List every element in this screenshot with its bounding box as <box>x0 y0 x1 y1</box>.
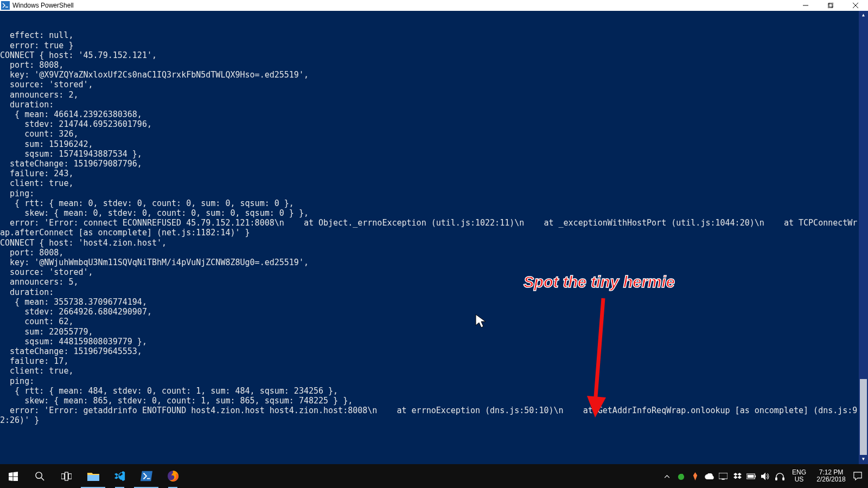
annotation-arrow-icon <box>582 296 614 420</box>
taskbar-file-explorer[interactable] <box>80 464 106 488</box>
scroll-thumb[interactable] <box>860 379 867 455</box>
taskbar-firefox[interactable] <box>159 464 186 488</box>
svg-rect-13 <box>722 478 724 479</box>
powershell-icon <box>1 1 10 10</box>
tray-chevron-up-icon[interactable] <box>660 464 674 488</box>
tray-hermie-icon[interactable] <box>674 464 688 488</box>
svg-rect-7 <box>87 475 99 481</box>
taskbar-powershell[interactable] <box>133 464 159 488</box>
svg-point-9 <box>678 473 684 479</box>
start-button[interactable] <box>0 464 27 488</box>
action-center-button[interactable] <box>851 464 865 488</box>
tray-battery-icon[interactable] <box>744 464 758 488</box>
taskbar: ENG US 7:12 PM 2/26/2018 <box>0 464 868 488</box>
svg-rect-1 <box>828 4 832 8</box>
scroll-down-button[interactable]: ▼ <box>859 455 868 464</box>
language-indicator[interactable]: ENG US <box>787 469 812 483</box>
system-tray: ENG US 7:12 PM 2/26/2018 <box>660 464 868 488</box>
svg-rect-12 <box>719 473 727 479</box>
terminal-output: effect: null, error: true } CONNECT { ho… <box>0 30 868 425</box>
taskbar-spacer <box>186 464 660 488</box>
svg-rect-4 <box>61 473 65 479</box>
task-view-button[interactable] <box>53 464 80 488</box>
tray-dropbox-icon[interactable] <box>730 464 744 488</box>
clock-date: 2/26/2018 <box>812 476 851 483</box>
tray-keybase-icon[interactable] <box>688 464 702 488</box>
tray-headphones-icon[interactable] <box>773 464 787 488</box>
svg-rect-17 <box>775 477 777 480</box>
maximize-button[interactable] <box>818 0 843 11</box>
svg-rect-5 <box>65 472 68 480</box>
svg-rect-2 <box>829 3 833 7</box>
annotation-text: Spot the tiny hermie <box>524 273 675 291</box>
svg-rect-16 <box>748 474 754 477</box>
scroll-up-button[interactable]: ▲ <box>859 11 868 20</box>
terminal-scrollbar[interactable]: ▲ ▼ <box>859 11 868 464</box>
svg-point-3 <box>36 472 42 478</box>
taskbar-vscode[interactable] <box>106 464 133 488</box>
window-titlebar: Windows PowerShell <box>0 0 868 11</box>
tray-onedrive-icon[interactable] <box>702 464 716 488</box>
window-title: Windows PowerShell <box>12 2 793 9</box>
terminal[interactable]: effect: null, error: true } CONNECT { ho… <box>0 11 868 464</box>
close-button[interactable] <box>843 0 868 11</box>
clock[interactable]: 7:12 PM 2/26/2018 <box>812 469 851 483</box>
tray-cast-icon[interactable] <box>716 464 730 488</box>
language-secondary: US <box>787 476 812 483</box>
svg-rect-6 <box>68 473 72 479</box>
minimize-button[interactable] <box>793 0 818 11</box>
tray-volume-icon[interactable] <box>758 464 773 488</box>
mouse-cursor-icon <box>475 313 488 330</box>
svg-point-10 <box>679 474 681 476</box>
svg-rect-15 <box>755 475 756 477</box>
search-button[interactable] <box>27 464 53 488</box>
svg-rect-18 <box>782 477 784 480</box>
svg-point-11 <box>681 473 683 476</box>
